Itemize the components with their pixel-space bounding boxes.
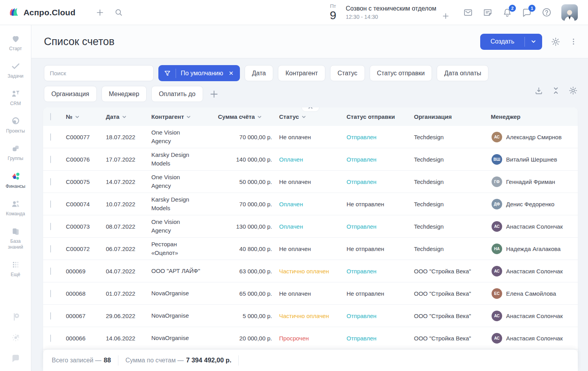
support-chat-icon[interactable] — [10, 353, 21, 364]
row-checkbox[interactable] — [50, 267, 51, 275]
table-row[interactable]: C000076 17.07.2022 Karsky Design Models … — [43, 148, 578, 171]
row-checkbox[interactable] — [50, 223, 51, 230]
sidebar-item-ещё[interactable]: Ещё — [2, 256, 30, 281]
column-header[interactable]: Контрагент — [151, 113, 218, 120]
create-button-label[interactable]: Создать — [480, 34, 524, 50]
column-header: Менеджер — [491, 113, 573, 120]
sidebar-item-проекты[interactable]: Проекты — [2, 113, 30, 137]
row-checkbox[interactable] — [50, 156, 51, 163]
settings-icon[interactable] — [11, 333, 21, 343]
global-search-button[interactable] — [114, 8, 123, 16]
page-settings-button[interactable] — [551, 37, 561, 47]
table-row[interactable]: 000069 04.07.2022 ООО "АРТ ЛАЙФ" 63 000,… — [43, 260, 578, 282]
filter-button[interactable]: Организация — [44, 86, 97, 102]
more-actions-button[interactable] — [569, 37, 578, 46]
collapse-table-button[interactable] — [301, 107, 319, 112]
invoice-number: 000067 — [66, 313, 106, 319]
calendar-weekday: Пт — [330, 4, 336, 9]
invoice-manager: НА Надежда Агалакова — [491, 244, 573, 254]
app-logo[interactable]: Аспро.Cloud — [8, 7, 75, 18]
row-checkbox[interactable] — [50, 312, 51, 320]
sidebar-item-label: Задачи — [7, 73, 23, 79]
quick-add-button[interactable] — [96, 8, 104, 17]
groups-icon — [11, 144, 21, 154]
upcoming-event[interactable]: Созвон с техническим отделом 12:30 - 14:… — [346, 5, 450, 20]
manager-avatar: ВШ — [492, 154, 502, 165]
mail-button[interactable] — [463, 7, 473, 18]
sidebar-item-crm[interactable]: CRM — [2, 85, 30, 110]
app-logo-text: Аспро.Cloud — [24, 8, 75, 17]
column-header[interactable]: № — [66, 113, 106, 120]
footer-divider — [238, 355, 239, 366]
create-dropdown-button[interactable] — [525, 34, 542, 50]
filter-button[interactable]: Статус — [330, 65, 365, 81]
invoice-number: C000073 — [66, 223, 106, 230]
feed-button[interactable] — [483, 7, 493, 18]
invoice-date: 08.07.2022 — [106, 223, 151, 230]
table-row[interactable]: C000075 14.07.2022 One Vision Agency 50 … — [43, 171, 578, 193]
create-button[interactable]: Создать — [480, 34, 542, 50]
invoice-organization: ООО "Стройка Века" — [414, 268, 491, 275]
sidebar-item-база-знаний[interactable]: База знаний — [2, 223, 30, 253]
filter-button[interactable]: Дата — [245, 65, 273, 81]
invoice-contractor: NovaOrganise — [151, 334, 218, 343]
integrations-icon[interactable] — [10, 311, 21, 322]
invoice-manager: АС Александр Смирнов — [491, 132, 573, 142]
column-header[interactable]: Дата — [106, 113, 151, 120]
invoice-organization: Techdesign — [414, 178, 491, 185]
table-settings-button[interactable] — [568, 86, 578, 95]
sidebar-item-финансы[interactable]: Финансы — [2, 168, 30, 193]
invoice-amount: 5 000,00 р. — [218, 313, 279, 319]
sidebar-item-задачи[interactable]: Задачи — [2, 58, 30, 82]
add-filter-button[interactable] — [208, 88, 220, 100]
row-checkbox[interactable] — [50, 335, 51, 342]
filter-button[interactable]: Оплатить до — [151, 86, 203, 102]
notifications-button[interactable]: 2 — [502, 7, 512, 18]
table-row[interactable]: 000067 29.06.2022 NovaOrganise 5 000,00 … — [43, 305, 578, 327]
table-row[interactable]: C000073 08.07.2022 One Vision Agency 130… — [43, 215, 578, 238]
table-row[interactable]: 000066 14.06.2022 NovaOrganise 20 000,00… — [43, 327, 578, 349]
row-checkbox[interactable] — [50, 290, 51, 297]
column-header[interactable]: Статус — [279, 113, 347, 120]
table-row[interactable]: C000072 06.07.2022 Ресторан «Оцелот» 40 … — [43, 238, 578, 260]
row-checkbox[interactable] — [50, 178, 51, 186]
sidebar-item-группы[interactable]: Группы — [2, 140, 30, 165]
sidebar-item-команда[interactable]: Команда — [2, 196, 30, 220]
invoice-status: Оплачен — [279, 201, 347, 207]
filter-button[interactable]: Дата оплаты — [437, 65, 488, 81]
download-icon — [534, 86, 543, 95]
messages-button[interactable]: 1 — [522, 7, 532, 18]
sidebar-item-старт[interactable]: Старт — [2, 31, 30, 55]
active-filter-chip[interactable]: По умолчанию ✕ — [158, 65, 240, 81]
collapse-rows-button[interactable] — [552, 86, 560, 95]
row-checkbox[interactable] — [50, 245, 51, 253]
invoice-sent-status: Не отправлен — [347, 246, 414, 252]
column-header[interactable]: Сумма счёта — [218, 113, 279, 120]
filter-button[interactable]: Контрагент — [278, 65, 325, 81]
invoice-date: 14.07.2022 — [106, 178, 151, 185]
user-avatar[interactable] — [561, 4, 578, 21]
help-button[interactable] — [541, 7, 552, 18]
page-title: Список счетов — [44, 36, 114, 48]
row-checkbox[interactable] — [50, 133, 51, 141]
table-row[interactable]: C000074 10.07.2022 Karsky Design Models … — [43, 193, 578, 215]
manager-name: Анастасия Солончак — [506, 223, 563, 230]
search-input[interactable] — [44, 65, 154, 81]
table-row[interactable]: 000068 01.07.2022 NovaOrganise 65 000,00… — [43, 282, 578, 305]
table-row[interactable]: C000077 18.07.2022 One Vision Agency 70 … — [43, 126, 578, 148]
invoice-status: Не оплачен — [279, 246, 347, 252]
invoice-number: C000074 — [66, 201, 106, 207]
filter-button[interactable]: Менеджер — [102, 86, 147, 102]
sidebar-item-label: Проекты — [6, 128, 25, 134]
invoice-organization: Techdesign — [414, 156, 491, 163]
invoice-organization: ООО "Стройка Века" — [414, 313, 491, 319]
row-checkbox[interactable] — [50, 200, 51, 208]
calendar-widget[interactable]: Пт 9 — [330, 4, 336, 21]
export-button[interactable] — [534, 86, 543, 95]
select-all-checkbox[interactable] — [50, 113, 51, 120]
add-event-button[interactable] — [442, 12, 450, 20]
table-body: C000077 18.07.2022 One Vision Agency 70 … — [43, 126, 578, 349]
filter-button[interactable]: Статус отправки — [370, 65, 432, 81]
invoice-status: Частично оплачен — [279, 268, 347, 275]
remove-filter-icon[interactable]: ✕ — [228, 70, 234, 77]
